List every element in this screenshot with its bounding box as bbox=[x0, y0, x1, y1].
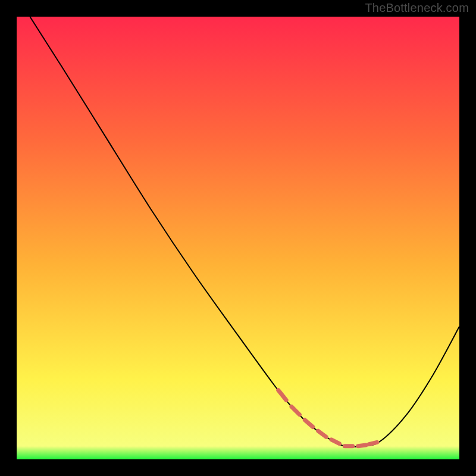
bottleneck-chart bbox=[0, 0, 476, 476]
chart-root: { "watermark": "TheBottleneck.com", "cha… bbox=[0, 0, 476, 476]
optimal-marker-seg bbox=[369, 442, 377, 444]
watermark-text: TheBottleneck.com bbox=[365, 1, 469, 15]
optimal-marker-seg bbox=[358, 445, 366, 446]
plot-background bbox=[17, 17, 459, 459]
